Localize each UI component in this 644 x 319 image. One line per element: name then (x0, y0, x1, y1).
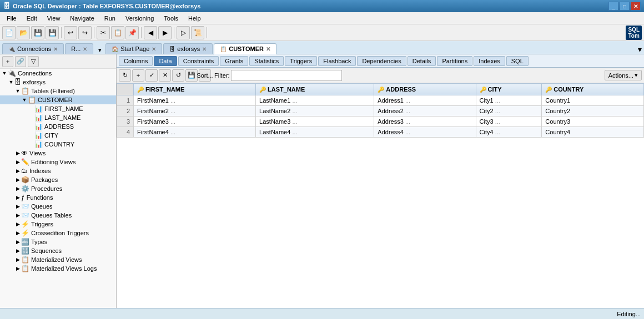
tree-col-address[interactable]: 📊 ADDRESS (0, 122, 116, 131)
tree-area[interactable]: ▼ 🔌 Connections ▼ 🗄 exforsys ▼ 📋 Tables … (0, 69, 116, 308)
content-tab-columns[interactable]: Columns (119, 56, 153, 66)
connections-tab-close[interactable]: ✕ (53, 46, 58, 52)
tree-col-country[interactable]: 📊 COUNTRY (0, 140, 116, 149)
tab-connections[interactable]: 🔌 Connections ✕ (2, 43, 64, 54)
cell-last-name[interactable]: LastName4 ... (256, 127, 374, 138)
cell-country[interactable]: Country4 (542, 127, 644, 138)
tree-packages[interactable]: ▶ 📦 Packages (0, 175, 116, 184)
tree-views[interactable]: ▶ 👁 Views (0, 149, 116, 158)
col-header-address[interactable]: 🔑 ADDRESS (374, 84, 476, 95)
copy-btn[interactable]: 📋 (111, 26, 124, 39)
tree-col-city[interactable]: 📊 CITY (0, 131, 116, 140)
cell-last-name[interactable]: LastName1 ... (256, 95, 374, 106)
menu-run[interactable]: Run (100, 14, 120, 23)
data-table-wrapper[interactable]: 🔑 FIRST_NAME 🔑 LAST_NAME (117, 83, 644, 308)
menu-file[interactable]: File (2, 14, 21, 23)
cell-address[interactable]: Address1 ... (374, 95, 476, 106)
content-tab-triggers[interactable]: Triggers (285, 56, 317, 66)
recent-tab-close[interactable]: ✕ (83, 46, 87, 52)
refresh-data-btn[interactable]: ↻ (119, 69, 131, 82)
tree-types[interactable]: ▶ 🔤 Types (0, 237, 116, 246)
maximize-button[interactable]: □ (620, 2, 630, 11)
cell-city[interactable]: City2 ... (476, 106, 542, 117)
exforsys-tab-close[interactable]: ✕ (202, 46, 207, 52)
cell-address[interactable]: Address3 ... (374, 117, 476, 127)
fwd-btn[interactable]: ▶ (158, 26, 172, 39)
tree-exforsys[interactable]: ▼ 🗄 exforsys (0, 78, 116, 87)
tab-exforsys[interactable]: 🗄 exforsys ✕ (163, 43, 213, 54)
cell-country[interactable]: Country3 (542, 117, 644, 127)
tree-functions[interactable]: ▶ ƒ Functions (0, 193, 116, 202)
minimize-button[interactable]: _ (608, 2, 618, 11)
tree-sequences[interactable]: ▶ 🔢 Sequences (0, 246, 116, 255)
table-row[interactable]: 1 FirstName1 ... LastName1 ... Address1 … (117, 95, 644, 106)
new-btn[interactable]: 📄 (2, 26, 16, 39)
tree-customer[interactable]: ▼ 📋 CUSTOMER (0, 95, 116, 104)
rollback-btn[interactable]: ↺ (172, 69, 184, 82)
tree-procedures[interactable]: ▶ ⚙️ Procedures (0, 184, 116, 193)
redo-btn[interactable]: ↪ (78, 26, 92, 39)
cell-city[interactable]: City4 ... (476, 127, 542, 138)
refresh-btn[interactable]: 🔗 (15, 56, 26, 67)
close-button[interactable]: ✕ (631, 2, 641, 11)
cell-country[interactable]: Country2 (542, 106, 644, 117)
filter-input[interactable] (231, 70, 342, 81)
save-all-btn[interactable]: 💾 (46, 26, 59, 39)
col-header-last-name[interactable]: 🔑 LAST_NAME (256, 84, 374, 95)
tree-queues[interactable]: ▶ 📨 Queues (0, 202, 116, 211)
tab-customer[interactable]: 📋 CUSTOMER ✕ (214, 43, 276, 54)
menu-navigate[interactable]: Navigate (66, 14, 98, 23)
filter-btn[interactable]: ▽ (28, 56, 39, 67)
paste-btn[interactable]: 📌 (125, 26, 139, 39)
tab-start-page[interactable]: 🏠 Start Page ✕ (105, 43, 162, 54)
undo-btn[interactable]: ↩ (64, 26, 77, 39)
cell-last-name[interactable]: LastName2 ... (256, 106, 374, 117)
customer-tab-close[interactable]: ✕ (266, 46, 270, 52)
content-tab-dependencies[interactable]: Dependencies (357, 56, 406, 66)
save-btn[interactable]: 💾 (185, 69, 198, 82)
cut-btn[interactable]: ✂ (97, 26, 110, 39)
open-btn[interactable]: 📂 (17, 26, 30, 39)
content-tab-sql[interactable]: SQL (506, 56, 529, 66)
cell-first-name[interactable]: FirstName2 ... (134, 106, 256, 117)
cell-last-name[interactable]: LastName3 ... (256, 117, 374, 127)
tree-triggers[interactable]: ▶ ⚡ Triggers (0, 220, 116, 229)
cell-country[interactable]: Country1 (542, 95, 644, 106)
table-row[interactable]: 3 FirstName3 ... LastName3 ... Address3 … (117, 117, 644, 127)
insert-row-btn[interactable]: + (132, 69, 144, 82)
cell-first-name[interactable]: FirstName4 ... (134, 127, 256, 138)
menu-view[interactable]: View (43, 14, 65, 23)
tree-mat-views-logs[interactable]: ▶ 📋 Materialized Views Logs (0, 264, 116, 273)
menu-versioning[interactable]: Versioning (121, 14, 158, 23)
menu-edit[interactable]: Edit (22, 14, 42, 23)
tree-mat-views[interactable]: ▶ 📋 Materialized Views (0, 255, 116, 264)
content-tab-details[interactable]: Details (407, 56, 436, 66)
start-page-tab-close[interactable]: ✕ (152, 46, 156, 52)
tree-queues-tables[interactable]: ▶ 📨 Queues Tables (0, 211, 116, 220)
content-tab-constraints[interactable]: Constraints (178, 56, 219, 66)
menu-tools[interactable]: Tools (159, 14, 183, 23)
delete-row-btn[interactable]: ✕ (159, 69, 171, 82)
tree-editioning-views[interactable]: ▶ ✏️ Editioning Views (0, 158, 116, 166)
add-connection-btn[interactable]: + (2, 56, 13, 67)
cell-city[interactable]: City1 ... (476, 95, 542, 106)
tree-crossedition-triggers[interactable]: ▶ ⚡ Crossedition Triggers (0, 229, 116, 237)
tree-col-first-name[interactable]: 📊 FIRST_NAME (0, 104, 116, 113)
content-tab-grants[interactable]: Grants (220, 56, 248, 66)
cell-address[interactable]: Address2 ... (374, 106, 476, 117)
table-row[interactable]: 2 FirstName2 ... LastName2 ... Address2 … (117, 106, 644, 117)
cell-address[interactable]: Address4 ... (374, 127, 476, 138)
menu-help[interactable]: Help (184, 14, 205, 23)
tab-recent[interactable]: R... ✕ (65, 43, 93, 54)
save-btn[interactable]: 💾 (31, 26, 44, 39)
cell-first-name[interactable]: FirstName1 ... (134, 95, 256, 106)
sql-tom-btn[interactable]: SQLTom (626, 26, 642, 40)
content-tab-data[interactable]: Data (154, 56, 177, 66)
cell-first-name[interactable]: FirstName3 ... (134, 117, 256, 127)
content-tab-flashback[interactable]: Flashback (318, 56, 356, 66)
table-row[interactable]: 4 FirstName4 ... LastName4 ... Address4 … (117, 127, 644, 138)
tree-tables-filtered[interactable]: ▼ 📋 Tables (Filtered) (0, 87, 116, 95)
content-tab-indexes[interactable]: Indexes (474, 56, 505, 66)
commit-btn[interactable]: ✓ (145, 69, 158, 82)
col-header-city[interactable]: 🔑 CITY (476, 84, 542, 95)
